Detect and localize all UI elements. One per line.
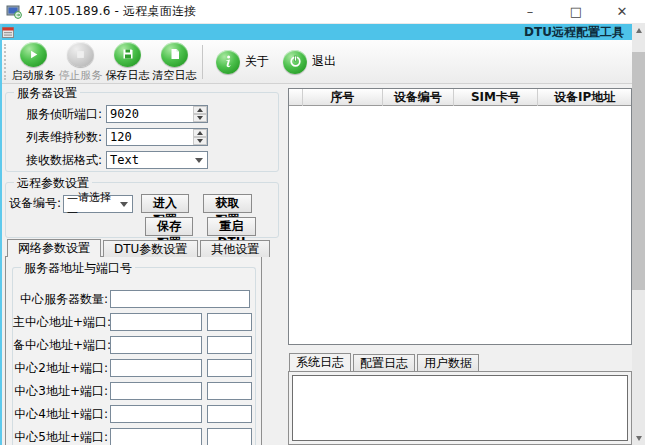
center5-label: 中心5地址+端口:: [13, 429, 108, 445]
spinner-buttons: [193, 106, 207, 122]
device-table: 序号 设备编号 SIM卡号 设备IP地址: [288, 88, 632, 345]
toolbar-button-label: 清空日志: [153, 68, 197, 83]
save-config-button[interactable]: 保存配置: [145, 217, 193, 236]
group-title: 服务器地址与端口号: [21, 260, 135, 277]
scroll-up-icon[interactable]: [632, 24, 645, 37]
restart-dtu-button[interactable]: 重启DTU: [207, 217, 256, 236]
window-left-edge: [0, 24, 2, 445]
address-row: 中心2地址+端口:: [13, 359, 257, 377]
column-header-device-id[interactable]: 设备编号: [383, 89, 454, 106]
address-row: 中心5地址+端口:: [13, 428, 257, 445]
center3-label: 中心3地址+端口:: [13, 383, 108, 400]
data-format-value: Text: [110, 153, 139, 167]
main-center-address-input[interactable]: [110, 313, 202, 331]
listen-port-label: 服务侦听端口:: [6, 106, 102, 123]
center3-port-input[interactable]: [207, 382, 252, 400]
minimize-button[interactable]: –: [507, 0, 553, 24]
window-controls: – □ ✕: [507, 0, 645, 24]
tab-other-settings[interactable]: 其他设置: [200, 240, 270, 257]
enter-config-button[interactable]: 进入配置: [141, 194, 189, 213]
column-header-sim[interactable]: SIM卡号: [454, 89, 539, 106]
app-header-title: DTU远程配置工具: [524, 24, 624, 40]
app-header: DTU远程配置工具: [0, 24, 632, 40]
maximize-button[interactable]: □: [553, 0, 599, 24]
column-header-ip[interactable]: 设备IP地址: [538, 89, 631, 106]
clear-icon: [161, 42, 188, 67]
address-row: 中心3地址+端口:: [13, 382, 257, 400]
tab-network-params[interactable]: 网络参数设置: [7, 239, 101, 257]
backup-center-port-input[interactable]: [207, 336, 252, 354]
chevron-down-icon: [120, 202, 128, 207]
close-button[interactable]: ✕: [599, 0, 645, 24]
tab-dtu-params[interactable]: DTU参数设置: [103, 240, 198, 257]
spin-down-icon[interactable]: [193, 114, 207, 122]
toolbar-button-label: 关于: [245, 53, 269, 70]
vertical-scrollbar[interactable]: [632, 24, 645, 445]
address-row: 中心服务器数量:: [13, 290, 257, 308]
clear-log-button[interactable]: 清空日志: [151, 41, 198, 83]
toolbar-button-label: 退出: [312, 53, 336, 70]
spin-up-icon[interactable]: [193, 129, 207, 137]
data-format-label: 接收数据格式:: [6, 152, 102, 169]
get-config-button[interactable]: 获取配置: [203, 194, 252, 213]
app-window: 47.105.189.6 - 远程桌面连接 – □ ✕ DTU远程配置工具 启动…: [0, 0, 645, 445]
form-icon: [2, 27, 14, 38]
log-text-area[interactable]: [292, 375, 628, 441]
toolbar-separator: [202, 45, 203, 79]
device-number-combobox[interactable]: —请选择—: [63, 195, 133, 213]
column-header-rowselect[interactable]: [289, 89, 303, 106]
center2-address-input[interactable]: [110, 359, 202, 377]
center2-label: 中心2地址+端口:: [13, 360, 108, 377]
info-icon: [216, 50, 240, 74]
titlebar: 47.105.189.6 - 远程桌面连接 – □ ✕: [0, 0, 645, 24]
center-count-input[interactable]: [110, 290, 250, 308]
center4-port-input[interactable]: [207, 405, 252, 423]
toolbar-button-label: 启动服务: [12, 68, 56, 83]
list-keep-seconds-label: 列表维持秒数:: [6, 129, 102, 146]
center5-port-input[interactable]: [207, 428, 252, 445]
toolbar: 启动服务 停止服务 保存日志: [0, 40, 632, 84]
spin-up-icon[interactable]: [193, 106, 207, 114]
backup-center-address-input[interactable]: [110, 336, 202, 354]
group-title: 服务器设置: [14, 85, 80, 102]
stop-icon: [67, 42, 94, 67]
center3-address-input[interactable]: [110, 382, 202, 400]
device-number-label: 设备编号:: [9, 195, 61, 212]
toolbar-button-label: 停止服务: [59, 68, 103, 83]
center5-address-input[interactable]: [110, 428, 202, 445]
center2-port-input[interactable]: [207, 359, 252, 377]
start-service-button[interactable]: 启动服务: [10, 41, 57, 83]
tab-system-log[interactable]: 系统日志: [289, 353, 351, 371]
power-icon: [283, 50, 307, 74]
remote-settings-group: 远程参数设置 设备编号: —请选择— 进入配置 获取配置 保存配置 重启DTU: [5, 182, 279, 238]
center4-address-input[interactable]: [110, 405, 202, 423]
address-row: 中心4地址+端口:: [13, 405, 257, 423]
address-row: 主中心地址+端口:: [13, 313, 257, 331]
server-settings-group: 服务器设置 服务侦听端口: 列表维持秒数: 接收数据格式: [5, 92, 279, 172]
spin-down-icon[interactable]: [193, 137, 207, 145]
remote-desktop-icon: [6, 5, 22, 19]
save-log-button[interactable]: 保存日志: [104, 41, 151, 83]
stop-service-button[interactable]: 停止服务: [57, 41, 104, 83]
main-center-label: 主中心地址+端口:: [13, 314, 108, 331]
play-icon: [20, 42, 47, 67]
toolbar-grip[interactable]: [4, 44, 7, 80]
tab-user-data[interactable]: 用户数据: [417, 354, 479, 371]
backup-center-label: 备中心地址+端口:: [13, 337, 108, 354]
main-center-port-input[interactable]: [207, 313, 252, 331]
device-table-body: [289, 106, 631, 345]
column-header-index[interactable]: 序号: [303, 89, 383, 106]
window-title: 47.105.189.6 - 远程桌面连接: [28, 3, 196, 20]
scrollbar-thumb[interactable]: [632, 52, 645, 290]
data-format-combobox[interactable]: Text: [106, 151, 208, 169]
tab-config-log[interactable]: 配置日志: [353, 354, 415, 371]
toolbar-button-label: 保存日志: [106, 68, 150, 83]
scroll-down-icon[interactable]: [632, 432, 645, 445]
about-button[interactable]: 关于: [209, 44, 276, 80]
spinner-buttons: [193, 129, 207, 145]
param-tabs: 网络参数设置 DTU参数设置 其他设置: [7, 240, 272, 257]
center4-label: 中心4地址+端口:: [13, 406, 108, 423]
address-row: 备中心地址+端口:: [13, 336, 257, 354]
exit-button[interactable]: 退出: [276, 44, 343, 80]
server-address-group: 服务器地址与端口号 中心服务器数量: 主中心地址+端口: 备中心地址+端口: 中…: [12, 267, 256, 445]
